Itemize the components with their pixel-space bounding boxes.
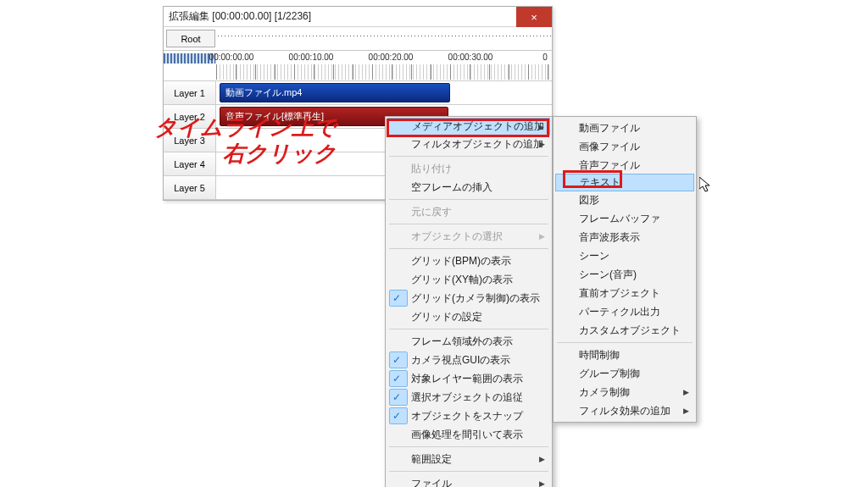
submenu-image-file[interactable]: 画像ファイル (555, 137, 694, 156)
submenu-frame-buffer[interactable]: フレームバッファ (555, 209, 694, 228)
menu-grid-setting[interactable]: グリッドの設定 (387, 307, 550, 326)
submenu-arrow-icon: ▶ (538, 123, 544, 131)
menu-object-select: オブジェクトの選択▶ (387, 227, 550, 246)
menu-range-setting[interactable]: 範囲設定▶ (387, 450, 550, 468)
menu-grid-xy[interactable]: グリッド(XY軸)の表示 (387, 270, 550, 289)
submenu-prev-obj[interactable]: 直前オブジェクト (555, 284, 694, 302)
layer-label: Layer 2 (174, 112, 205, 122)
menu-label: 範囲設定 (411, 452, 452, 467)
menu-label: グループ制御 (579, 367, 640, 381)
menu-label: 画像ファイル (579, 140, 640, 154)
menu-label: 音声波形表示 (579, 230, 640, 245)
submenu-arrow-icon: ▶ (539, 455, 545, 463)
submenu-camera-ctrl[interactable]: カメラ制御▶ (555, 383, 694, 401)
layer-header-5[interactable]: Layer 5 (164, 176, 216, 199)
check-icon: ✓ (392, 292, 401, 304)
menu-thin-display[interactable]: 画像処理を間引いて表示 (387, 425, 550, 444)
menu-label: オブジェクトをスナップ (411, 409, 523, 423)
menu-label: テキスト (580, 175, 620, 190)
check-icon: ✓ (392, 391, 401, 403)
menu-insert-empty-frame[interactable]: 空フレームの挿入 (387, 178, 550, 196)
window-title: 拡張編集 [00:00:00.00] [1/2236] (169, 9, 311, 24)
menu-separator (389, 471, 548, 472)
window-titlebar[interactable]: 拡張編集 [00:00:00.00] [1/2236] × (164, 7, 552, 27)
submenu-scene-audio[interactable]: シーン(音声) (555, 265, 694, 284)
track-1[interactable]: 動画ファイル.mp4 (216, 81, 552, 104)
ruler-tick-label: 00:00:00.00 (209, 53, 254, 62)
layer-row-1: Layer 1 動画ファイル.mp4 (164, 81, 552, 105)
layer-label: Layer 3 (174, 136, 205, 146)
menu-label: カメラ制御 (579, 385, 630, 400)
submenu-audio-file[interactable]: 音声ファイル (555, 156, 694, 174)
menu-label: カスタムオブジェクト (579, 324, 681, 338)
menu-label: シーン(音声) (579, 268, 637, 282)
layer-label: Layer 1 (174, 88, 205, 98)
menu-label: グリッド(BPM)の表示 (411, 254, 511, 268)
menu-separator (389, 446, 548, 447)
menu-separator (557, 342, 693, 343)
menu-camera-gui[interactable]: ✓カメラ視点GUIの表示 (387, 351, 550, 369)
submenu-waveform[interactable]: 音声波形表示 (555, 228, 694, 246)
root-label: Root (181, 34, 200, 44)
menu-label: 時間制御 (579, 348, 620, 362)
menu-target-layer[interactable]: ✓対象レイヤー範囲の表示 (387, 369, 550, 388)
menu-add-filter-object[interactable]: フィルタオブジェクトの追加▶ (387, 135, 550, 153)
submenu-arrow-icon: ▶ (683, 407, 689, 415)
menu-separator (389, 248, 548, 249)
layer-header-4[interactable]: Layer 4 (164, 152, 216, 175)
menu-label: 動画ファイル (579, 121, 640, 136)
submenu-particle[interactable]: パーティクル出力 (555, 302, 694, 321)
ruler-overview[interactable] (218, 27, 552, 50)
menu-label: フレーム領域外の表示 (411, 335, 513, 349)
menu-grid-bpm[interactable]: グリッド(BPM)の表示 (387, 252, 550, 270)
close-icon: × (531, 11, 537, 24)
close-button[interactable]: × (516, 7, 552, 27)
menu-file[interactable]: ファイル▶ (387, 474, 550, 487)
layer-header-1[interactable]: Layer 1 (164, 81, 216, 104)
menu-label: 直前オブジェクト (579, 286, 660, 301)
submenu-custom-obj[interactable]: カスタムオブジェクト (555, 321, 694, 340)
submenu-scene[interactable]: シーン (555, 246, 694, 265)
submenu-video-file[interactable]: 動画ファイル (555, 119, 694, 137)
clip-label: 音声ファイル[標準再生] (225, 111, 324, 121)
submenu-figure[interactable]: 図形 (555, 191, 694, 209)
layer-header-3[interactable]: Layer 3 (164, 129, 216, 152)
menu-track-select[interactable]: ✓選択オブジェクトの追従 (387, 388, 550, 407)
menu-label: グリッドの設定 (411, 310, 482, 324)
layer-label: Layer 4 (174, 159, 205, 169)
submenu-arrow-icon: ▶ (683, 388, 689, 396)
submenu-text[interactable]: テキスト (555, 174, 694, 191)
menu-label: グリッド(カメラ制御)の表示 (411, 291, 540, 306)
menu-label: フィルタ効果の追加 (579, 404, 670, 418)
menu-label: 音声ファイル (579, 158, 640, 173)
check-icon: ✓ (392, 410, 401, 422)
menu-label: 図形 (579, 193, 599, 208)
menu-frame-outside[interactable]: フレーム領域外の表示 (387, 332, 550, 351)
time-ruler[interactable]: 00:00:00.00 00:00:10.00 00:00:20.00 00:0… (216, 51, 552, 80)
ruler-main-row: 00:00:00.00 00:00:10.00 00:00:20.00 00:0… (164, 51, 552, 81)
submenu-arrow-icon: ▶ (539, 140, 545, 148)
ruler-tick-label: 00:00:10.00 (289, 53, 334, 62)
menu-add-media-object[interactable]: メディアオブジェクトの追加▶ (387, 118, 550, 136)
menu-separator (389, 329, 548, 329)
submenu-filter-add[interactable]: フィルタ効果の追加▶ (555, 401, 694, 420)
menu-grid-camera[interactable]: ✓グリッド(カメラ制御)の表示 (387, 289, 550, 307)
menu-label: フレームバッファ (579, 212, 660, 226)
submenu-arrow-icon: ▶ (539, 479, 545, 487)
toolbar-row: Root (164, 27, 552, 51)
submenu-time-ctrl[interactable]: 時間制御 (555, 346, 694, 364)
menu-label: 対象レイヤー範囲の表示 (411, 372, 523, 386)
menu-label: 選択オブジェクトの追従 (411, 390, 523, 405)
menu-separator (389, 224, 548, 224)
layer-header-2[interactable]: Layer 2 (164, 105, 216, 128)
layer-label: Layer 5 (174, 183, 205, 193)
menu-paste: 貼り付け (387, 159, 550, 178)
menu-label: シーン (579, 249, 609, 263)
menu-label: 元に戻す (411, 205, 452, 219)
submenu-arrow-icon: ▶ (539, 232, 545, 241)
menu-label: 貼り付け (411, 162, 452, 176)
submenu-group-ctrl[interactable]: グループ制御 (555, 364, 694, 383)
menu-snap[interactable]: ✓オブジェクトをスナップ (387, 407, 550, 425)
video-clip[interactable]: 動画ファイル.mp4 (220, 83, 450, 102)
root-button[interactable]: Root (166, 30, 215, 47)
